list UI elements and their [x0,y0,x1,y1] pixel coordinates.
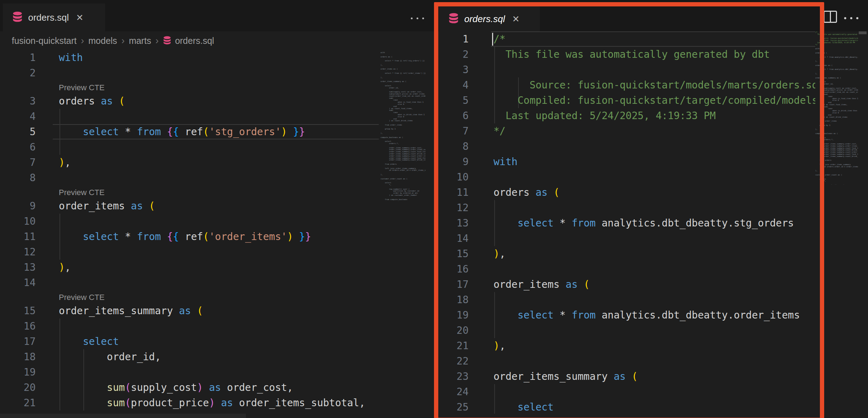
line-number: 13 [439,215,469,231]
database-icon [12,11,23,24]
chevron-right-icon: › [77,35,88,46]
tab-orders-sql-source[interactable]: orders.sql ✕ [3,4,105,31]
close-icon[interactable]: ✕ [512,14,520,24]
code-line[interactable]: 20 [439,323,815,338]
indent-guide [83,365,84,380]
line-number: 18 [439,292,469,307]
code-line[interactable]: 6 Last updated: 5/24/2025, 4:19:33 PM [439,108,815,123]
code-line[interactable]: 4 [0,109,381,124]
indent-guide [494,231,495,246]
code-line[interactable]: 1with [0,50,381,65]
code-line[interactable]: 3orders as ( [0,93,381,109]
tab-label: orders.sql [464,14,505,25]
line-number: 14 [0,275,36,290]
code-line[interactable]: 11 select * from {{ ref('order_items') }… [0,229,381,244]
codelens-preview-cte[interactable]: Preview CTE [0,83,104,92]
codelens-preview-cte[interactable]: Preview CTE [0,188,104,197]
code-line[interactable]: 17order_items as ( [439,277,815,292]
split-editor-icon[interactable] [823,11,837,23]
minimap-line: select * from analytics.dbt_dbeatty.orde… [815,68,858,71]
code-line[interactable]: 7), [0,155,381,170]
code-line[interactable]: 2 This file was automatically generated … [439,47,815,62]
line-number: 17 [439,277,469,292]
code-line[interactable]: 13 select * from analytics.dbt_dbeatty.s… [439,215,815,231]
line-number: 3 [439,62,469,77]
minimap-line [381,200,425,202]
line-number: 3 [0,93,36,109]
minimap-line: select * from analytics.dbt_dbeatty.stg_… [815,56,858,58]
code-line[interactable]: 12 [0,244,381,260]
code-line[interactable]: 7*/ [439,123,815,139]
breadcrumb-item-file[interactable]: orders.sql [175,36,214,46]
code-line[interactable]: 5 Compiled: fusion-quickstart/target/com… [439,93,815,108]
code-line[interactable]: 22 [439,353,815,369]
tab-orders-sql-compiled-preview[interactable]: orders.sql ✕ [439,6,540,31]
code-line[interactable]: 6 [0,139,381,155]
code-line[interactable]: 20 sum(supply_cost) as order_cost, [0,380,381,395]
code-line[interactable]: 2 [0,65,381,81]
line-number: 17 [0,334,36,349]
indent-guide [60,214,60,229]
code-line[interactable]: 16 [0,318,381,334]
code-line[interactable]: 25 select [439,399,815,414]
code-line[interactable]: 19 [0,365,381,380]
code-line[interactable]: 1/* [439,31,815,47]
code-line[interactable]: 21 sum(product_price) as order_items_sub… [0,395,381,411]
database-icon [448,13,459,25]
code-line[interactable]: 23order_items_summary as ( [439,369,815,384]
line-number: 23 [439,369,469,384]
code-line[interactable]: 8 [0,170,381,185]
code-line[interactable]: 15), [439,246,815,261]
current-line-highlight [491,31,815,47]
code-line[interactable]: 10 [0,214,381,229]
code-line[interactable]: 21), [439,338,815,353]
code-line[interactable]: 17 select [0,334,381,349]
compiled-code-editor[interactable]: 1/*2 This file was automatically generat… [439,31,815,414]
line-number: 12 [0,244,36,260]
vertical-scrollbar-thumb[interactable] [859,31,867,34]
code-line[interactable]: 18 order_id, [0,349,381,365]
line-number: 11 [439,185,469,200]
minimap[interactable]: /* This file was automatically generated… [815,31,858,185]
code-line[interactable]: 9order_items as ( [0,198,381,214]
source-code-editor[interactable]: 1with2Preview CTE3orders as (45 select *… [0,50,381,418]
code-line[interactable]: 12 [439,200,815,215]
code-line[interactable]: 8 [439,139,815,154]
code-line[interactable]: 19 select * from analytics.dbt_dbeatty.o… [439,307,815,323]
code-line[interactable]: 18 [439,292,815,307]
code-line[interactable]: 3 [439,62,815,77]
code-line[interactable]: 11orders as ( [439,185,815,200]
code-line[interactable]: 24 [439,384,815,399]
horizontal-scrollbar[interactable] [0,414,246,418]
indent-guide [60,365,60,380]
code-line[interactable]: 15order_items_summary as ( [0,303,381,318]
breadcrumb-item-marts[interactable]: marts [129,36,151,46]
more-actions-icon[interactable] [411,17,424,19]
minimap[interactable]: with orders as ( select * from {{ ref('s… [381,52,425,202]
code-line[interactable]: 14 [439,231,815,246]
code-line[interactable]: 16 [439,261,815,277]
line-number: 20 [0,380,36,395]
indent-guide [60,244,60,260]
code-line[interactable]: 5 select * from {{ ref('stg_orders') }} [0,124,381,139]
line-number: 11 [0,229,36,244]
code-line[interactable]: 9with [439,154,815,169]
text-cursor [492,33,493,46]
code-line[interactable]: 10 [439,169,815,185]
codelens-preview-cte[interactable]: Preview CTE [0,293,104,302]
breadcrumb-item-project[interactable]: fusion-quickstart [12,36,77,46]
close-icon[interactable]: ✕ [76,12,83,23]
minimap-line: order_items_summary.count_drink_items > … [815,156,858,158]
code-line[interactable]: 4 Source: fusion-quickstart/models/marts… [439,77,815,93]
line-number: 1 [439,31,469,47]
breadcrumb-item-models[interactable]: models [88,36,117,46]
more-actions-icon[interactable] [844,17,858,19]
code-line[interactable]: 13), [0,260,381,275]
code-line[interactable]: 14 [0,275,381,290]
line-number: 15 [439,246,469,261]
breadcrumb: fusion-quickstart › models › marts › ord… [0,31,429,50]
line-number: 6 [439,108,469,123]
minimap-line: Last updated: 5/24/2025, 4:19:33 PM [815,42,858,44]
line-number: 13 [0,260,36,275]
left-editor-group: orders.sql ✕ fusion-quickstart › models … [0,0,429,418]
